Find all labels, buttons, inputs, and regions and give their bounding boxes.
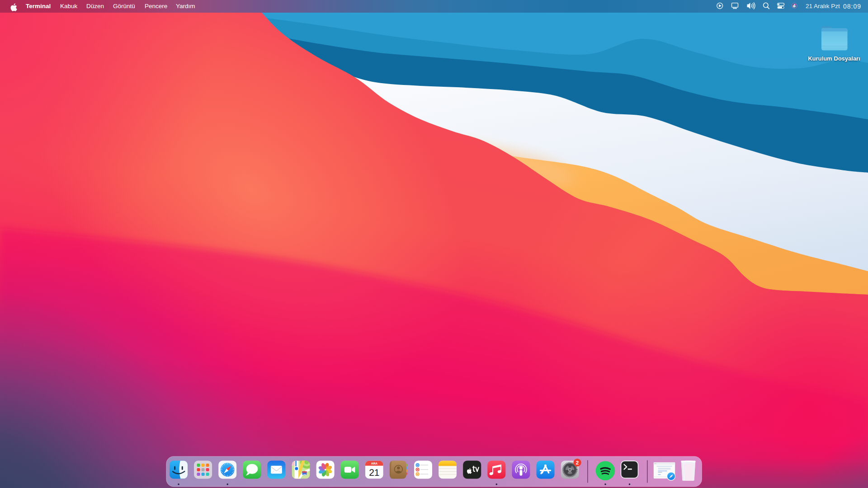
svg-text:2: 2 — [576, 460, 579, 466]
svg-text:280: 280 — [303, 474, 306, 476]
svg-text:21: 21 — [369, 468, 379, 478]
svg-text:ARA: ARA — [371, 462, 378, 465]
